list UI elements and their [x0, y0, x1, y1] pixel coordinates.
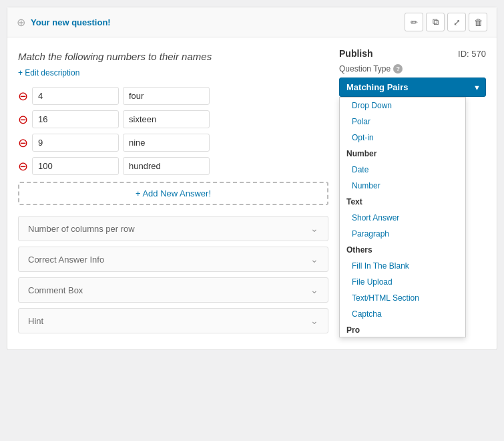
answer-left-input[interactable] [32, 110, 119, 128]
answer-row: ⊖ [18, 110, 328, 128]
collapsible-sections: Number of columns per row⌄Correct Answer… [18, 216, 328, 333]
dropdown-group-label: Others [340, 242, 465, 258]
collapsible-section: Comment Box⌄ [18, 277, 328, 303]
answer-right-input[interactable] [123, 157, 210, 175]
copy-icon-button[interactable]: ⧉ [426, 13, 445, 31]
dropdown-item[interactable]: File Upload [340, 274, 465, 290]
answer-left-input[interactable] [32, 134, 119, 152]
collapsible-header[interactable]: Hint⌄ [19, 309, 328, 333]
chevron-down-icon: ⌄ [310, 285, 318, 295]
answer-row: ⊖ [18, 157, 328, 175]
chevron-down-icon: ⌄ [310, 315, 318, 326]
dropdown-group-label: Number [340, 146, 465, 162]
dropdown-item[interactable]: Fill In The Blank [340, 258, 465, 274]
chevron-down-icon: ⌄ [310, 254, 318, 265]
remove-answer-button[interactable]: ⊖ [18, 114, 28, 126]
header-actions: ✏ ⧉ ⤢ 🗑 [405, 13, 487, 31]
question-type-select[interactable]: Matching Pairs [339, 78, 486, 97]
edit-description-link[interactable]: + Edit description [18, 68, 79, 78]
dropdown-item[interactable]: Opt-in [340, 130, 465, 146]
question-title-input[interactable] [18, 48, 328, 67]
publish-title: Publish [339, 48, 373, 59]
question-type-label-text: Question Type [339, 64, 391, 74]
publish-id: ID: 570 [458, 49, 486, 59]
edit-icon-button[interactable]: ✏ [405, 13, 423, 31]
collapsible-header[interactable]: Number of columns per row⌄ [19, 216, 328, 241]
answer-rows: ⊖⊖⊖⊖ [18, 87, 328, 175]
collapsible-header[interactable]: Correct Answer Info⌄ [19, 247, 328, 271]
left-panel: + Edit description ⊖⊖⊖⊖ + Add New Answer… [18, 48, 328, 339]
dropdown-item[interactable]: Drop Down [340, 98, 465, 114]
chevron-down-icon: ⌄ [310, 223, 318, 234]
help-icon[interactable]: ? [393, 64, 403, 74]
collapsible-section: Number of columns per row⌄ [18, 216, 328, 241]
dropdown-item[interactable]: Polar [340, 114, 465, 130]
collapsible-section: Correct Answer Info⌄ [18, 247, 328, 272]
collapsible-label: Number of columns per row [28, 224, 135, 234]
question-title-header: Your new question! [31, 17, 111, 27]
dropdown-item[interactable]: Paragraph [340, 226, 465, 242]
dropdown-item[interactable]: Number [340, 178, 465, 194]
drag-handle-icon: ⊕ [17, 16, 25, 29]
dropdown-list: Drop DownPolarOpt-inNumberDateNumberText… [339, 97, 466, 337]
dropdown-item[interactable]: Captcha [340, 306, 465, 322]
dropdown-item[interactable]: Text/HTML Section [340, 290, 465, 306]
collapsible-header[interactable]: Comment Box⌄ [19, 278, 328, 302]
collapsible-label: Comment Box [28, 285, 83, 295]
remove-answer-button[interactable]: ⊖ [18, 160, 28, 172]
collapsible-label: Hint [28, 316, 43, 326]
dropdown-group-label: Text [340, 194, 465, 210]
answer-row: ⊖ [18, 134, 328, 152]
remove-answer-button[interactable]: ⊖ [18, 90, 28, 102]
collapsible-section: Hint⌄ [18, 308, 328, 333]
remove-answer-button[interactable]: ⊖ [18, 137, 28, 149]
right-panel: Publish ID: 570 Question Type ? Matching… [339, 48, 486, 339]
dropdown-item[interactable]: Date [340, 162, 465, 178]
question-type-select-wrapper: Matching Pairs ▼ Drop DownPolarOpt-inNum… [339, 78, 486, 97]
dropdown-group-label: Pro [340, 322, 465, 337]
resize-icon-button[interactable]: ⤢ [447, 13, 466, 31]
add-answer-button[interactable]: + Add New Answer! [18, 182, 328, 205]
trash-icon-button[interactable]: 🗑 [469, 13, 487, 31]
answer-row: ⊖ [18, 87, 328, 105]
answer-right-input[interactable] [123, 110, 210, 128]
dropdown-item[interactable]: Short Answer [340, 210, 465, 226]
answer-left-input[interactable] [32, 157, 119, 175]
publish-section: Publish ID: 570 Question Type ? Matching… [339, 48, 486, 97]
answer-right-input[interactable] [123, 87, 210, 105]
answer-right-input[interactable] [123, 134, 210, 152]
collapsible-label: Correct Answer Info [28, 255, 104, 265]
answer-left-input[interactable] [32, 87, 119, 105]
